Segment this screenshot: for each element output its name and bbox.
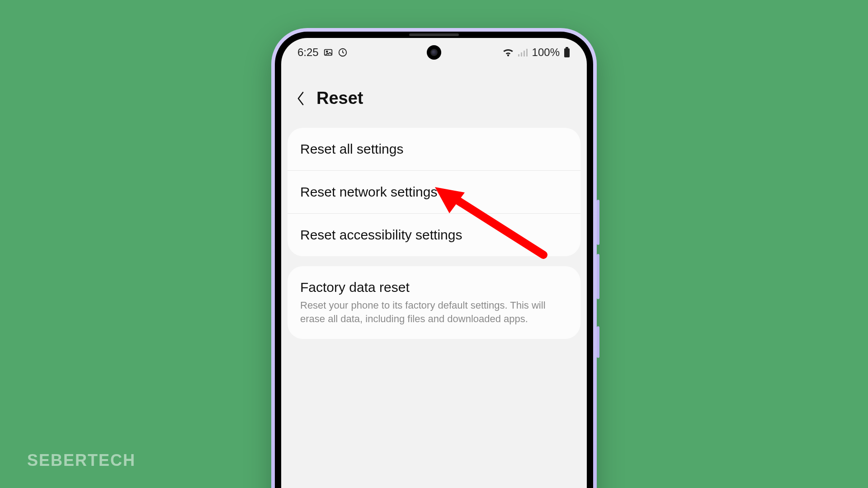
volume-up-button[interactable]	[597, 200, 599, 245]
phone-frame: 6:25 100%	[271, 28, 597, 488]
row-label: Reset network settings	[300, 184, 568, 200]
page-header: Reset	[281, 61, 587, 124]
wifi-icon	[502, 47, 514, 57]
row-subtitle: Reset your phone to its factory default …	[300, 299, 568, 325]
signal-icon	[518, 48, 528, 57]
power-button[interactable]	[597, 326, 599, 358]
phone-bezel: 6:25 100%	[275, 32, 593, 488]
battery-icon	[563, 47, 571, 58]
svg-rect-7	[566, 47, 568, 48]
front-camera	[427, 45, 441, 60]
svg-rect-5	[524, 51, 525, 56]
gallery-icon	[323, 47, 333, 57]
back-button[interactable]	[293, 91, 308, 106]
row-label: Factory data reset	[300, 280, 568, 295]
status-time: 6:25	[297, 46, 319, 59]
page-title: Reset	[316, 89, 363, 108]
reset-accessibility-settings-row[interactable]: Reset accessibility settings	[288, 213, 580, 256]
watermark-text: SEBERTECH	[27, 451, 136, 470]
svg-rect-4	[521, 52, 522, 56]
row-label: Reset all settings	[300, 141, 568, 157]
svg-rect-8	[564, 48, 570, 57]
battery-percent: 100%	[532, 46, 560, 59]
factory-data-reset-row[interactable]: Factory data reset Reset your phone to i…	[288, 266, 580, 339]
row-label: Reset accessibility settings	[300, 227, 568, 243]
screen: 6:25 100%	[281, 38, 587, 488]
factory-reset-card: Factory data reset Reset your phone to i…	[288, 266, 580, 339]
svg-rect-6	[526, 49, 528, 56]
reset-options-card: Reset all settings Reset network setting…	[288, 128, 580, 256]
svg-point-1	[326, 51, 328, 52]
earpiece	[409, 33, 459, 36]
reset-network-settings-row[interactable]: Reset network settings	[288, 170, 580, 213]
reset-all-settings-row[interactable]: Reset all settings	[288, 128, 580, 170]
volume-down-button[interactable]	[597, 254, 599, 299]
sync-icon	[338, 47, 348, 57]
svg-rect-3	[518, 54, 519, 56]
